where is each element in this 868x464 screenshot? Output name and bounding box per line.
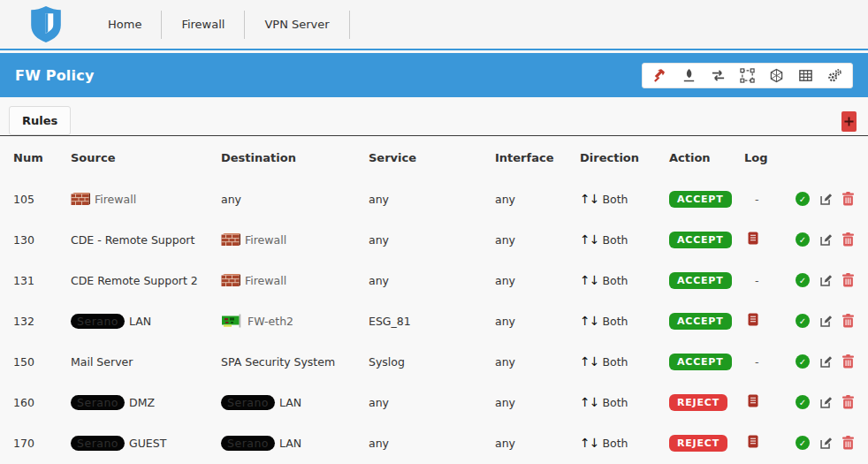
rule-interface: any	[495, 341, 580, 382]
direction-label: Both	[602, 396, 628, 409]
entity-label: LAN	[279, 396, 301, 409]
rule-action: ACCEPT	[669, 179, 744, 219]
rule-interface: any	[495, 219, 580, 260]
action-badge: ACCEPT	[669, 354, 732, 370]
nav-items: HomeFirewallVPN Server	[88, 11, 350, 39]
rule-log	[744, 219, 796, 260]
trash-icon[interactable]	[842, 354, 854, 369]
table-row: 130 CDE - Remote Support Firewall any an…	[13, 219, 868, 260]
up-down-arrows-icon: ↑↓	[580, 354, 598, 369]
up-down-arrows-icon: ↑↓	[580, 314, 598, 328]
rule-direction: ↑↓Both	[580, 341, 669, 382]
shield-logo-icon[interactable]	[30, 6, 62, 43]
object-group-icon[interactable]	[740, 68, 755, 83]
trash-icon[interactable]	[842, 314, 854, 328]
entity-label: Firewall	[245, 233, 286, 247]
header-toolbar	[642, 63, 853, 88]
rule-operations: ✓	[796, 179, 868, 219]
rule-operations: ✓	[796, 300, 868, 341]
edit-icon[interactable]	[819, 315, 833, 328]
rule-direction: ↑↓Both	[580, 300, 669, 341]
col-header-num: Num	[13, 136, 71, 179]
edit-icon[interactable]	[819, 274, 833, 287]
log-enabled-icon	[748, 397, 758, 410]
direction-label: Both	[602, 233, 628, 247]
rule-enabled-icon[interactable]: ✓	[796, 273, 810, 287]
rule-enabled-icon[interactable]: ✓	[796, 436, 810, 450]
gears-icon[interactable]	[827, 68, 842, 83]
redacted-text: Serano	[71, 395, 125, 410]
entity-label: any	[221, 193, 241, 206]
table-row: 160 SeranoDMZ SeranoLAN any any ↑↓Both R…	[13, 382, 868, 422]
table-row: 150 Mail Server SPA Security System Sysl…	[13, 341, 868, 382]
rule-operations: ✓	[796, 382, 868, 422]
rule-source: CDE - Remote Support	[71, 219, 221, 260]
rule-number: 150	[13, 341, 71, 382]
rule-log: -	[744, 341, 796, 382]
entity-label: Firewall	[245, 274, 286, 287]
network-card-icon	[221, 314, 243, 328]
redacted-text: Serano	[71, 314, 125, 329]
rule-enabled-icon[interactable]: ✓	[796, 395, 810, 409]
rule-enabled-icon[interactable]: ✓	[796, 314, 810, 328]
redacted-text: Serano	[221, 395, 275, 410]
rules-table-body: 105 Firewall any any any ↑↓Both ACCEPT -…	[13, 179, 868, 463]
redacted-text: Serano	[71, 436, 125, 451]
plus-icon	[844, 117, 854, 126]
col-header-service: Service	[369, 136, 495, 179]
rule-source: SeranoLAN	[71, 300, 221, 341]
hammer-icon[interactable]	[652, 68, 667, 83]
nav-item-firewall[interactable]: Firewall	[162, 11, 245, 39]
edit-icon[interactable]	[819, 193, 833, 206]
rule-destination: SeranoLAN	[221, 422, 369, 463]
edit-icon[interactable]	[819, 233, 833, 247]
rule-interface: any	[495, 300, 580, 341]
trash-icon[interactable]	[842, 395, 854, 409]
rule-number: 130	[13, 219, 71, 260]
rule-service: any	[369, 219, 495, 260]
rule-source: Mail Server	[71, 341, 221, 382]
firewall-brick-icon	[71, 193, 90, 206]
nav-item-vpn-server[interactable]: VPN Server	[245, 11, 349, 39]
firewall-brick-icon	[221, 274, 240, 287]
trash-icon[interactable]	[842, 273, 854, 287]
table-icon[interactable]	[798, 68, 813, 83]
rule-enabled-icon[interactable]: ✓	[796, 232, 810, 247]
log-disabled-dash: -	[748, 274, 759, 287]
rule-enabled-icon[interactable]: ✓	[796, 354, 810, 369]
edit-icon[interactable]	[819, 437, 833, 450]
add-rule-button[interactable]	[841, 111, 857, 132]
trash-icon[interactable]	[842, 436, 854, 450]
rules-table: NumSourceDestinationServiceInterfaceDire…	[13, 136, 868, 463]
up-down-arrows-icon: ↑↓	[580, 273, 598, 287]
rule-service: Syslog	[369, 341, 495, 382]
edit-icon[interactable]	[819, 396, 833, 409]
up-down-arrows-icon: ↑↓	[580, 192, 598, 206]
entity-label: SPA Security System	[221, 355, 335, 369]
table-row: 132 SeranoLAN FW-eth2 ESG_81 any ↑↓Both …	[13, 300, 868, 341]
entity-label: DMZ	[129, 396, 155, 409]
nav-item-home[interactable]: Home	[88, 11, 162, 39]
direction-label: Both	[602, 315, 628, 328]
direction-label: Both	[602, 274, 628, 287]
trash-icon[interactable]	[842, 232, 854, 247]
edit-icon[interactable]	[819, 355, 833, 369]
direction-label: Both	[602, 355, 628, 369]
table-row: 131 CDE Remote Support 2 Firewall any an…	[13, 260, 868, 300]
entity-label: CDE Remote Support 2	[71, 274, 198, 287]
up-down-arrows-icon: ↑↓	[580, 395, 598, 409]
pen-icon[interactable]	[681, 68, 697, 83]
rule-number: 132	[13, 300, 71, 341]
rule-log: -	[744, 260, 796, 300]
tab-rules[interactable]: Rules	[9, 106, 71, 135]
rule-destination: Firewall	[221, 260, 369, 300]
rule-log: -	[744, 179, 796, 219]
hexagon-icon[interactable]	[769, 68, 784, 83]
swap-arrows-icon[interactable]	[711, 68, 726, 83]
rule-action: ACCEPT	[669, 341, 744, 382]
log-disabled-dash: -	[748, 193, 759, 206]
rule-enabled-icon[interactable]: ✓	[796, 192, 810, 206]
rule-action: REJECT	[669, 422, 744, 463]
trash-icon[interactable]	[842, 192, 854, 206]
rule-number: 105	[13, 179, 71, 219]
